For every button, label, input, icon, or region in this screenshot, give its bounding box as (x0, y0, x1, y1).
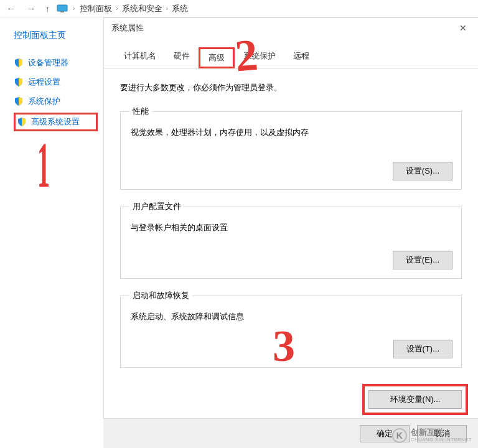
breadcrumb-item[interactable]: 系统 (172, 3, 188, 14)
tab-system-protection[interactable]: 系统保护 (235, 47, 284, 68)
breadcrumb: 控制面板 › 系统和安全 › 系统 (80, 3, 188, 14)
instruction-text: 要进行大多数更改，你必须作为管理员登录。 (120, 82, 462, 93)
chevron-right-icon: › (116, 5, 118, 12)
system-properties-dialog: 系统属性 ✕ 计算机名 硬件 高级 系统保护 远程 要进行大多数更改，你必须作为… (103, 17, 478, 448)
tab-remote[interactable]: 远程 (284, 47, 318, 68)
tabs: 计算机名 硬件 高级 系统保护 远程 (104, 47, 478, 68)
chevron-right-icon: › (166, 5, 168, 12)
startup-recovery-group: 启动和故障恢复 系统启动、系统故障和调试信息 设置(T)... (120, 290, 462, 368)
watermark-logo-icon: K (392, 428, 407, 443)
up-button[interactable]: ↑ (44, 4, 52, 14)
sidebar-item-label: 高级系统设置 (31, 116, 80, 128)
startup-recovery-settings-button[interactable]: 设置(T)... (393, 340, 452, 358)
shield-icon (17, 117, 27, 127)
address-bar: ← → ↑ › 控制面板 › 系统和安全 › 系统 (0, 0, 478, 17)
dialog-titlebar: 系统属性 ✕ (104, 18, 478, 38)
env-var-row: 环境变量(N)... (104, 390, 478, 409)
breadcrumb-item[interactable]: 系统和安全 (122, 3, 162, 14)
performance-settings-button[interactable]: 设置(S)... (393, 162, 452, 180)
performance-group: 性能 视觉效果，处理器计划，内存使用，以及虚拟内存 设置(S)... (120, 106, 462, 190)
close-button[interactable]: ✕ (456, 23, 471, 33)
performance-legend: 性能 (129, 106, 152, 117)
startup-recovery-legend: 启动和故障恢复 (129, 290, 192, 301)
sidebar-item-system-protection[interactable]: 系统保护 (14, 93, 103, 110)
breadcrumb-item[interactable]: 控制面板 (80, 3, 112, 14)
user-profile-legend: 用户配置文件 (129, 201, 184, 212)
dialog-body: 要进行大多数更改，你必须作为管理员登录。 性能 视觉效果，处理器计划，内存使用，… (104, 68, 478, 385)
user-profile-desc: 与登录帐户相关的桌面设置 (131, 222, 452, 233)
user-profile-group: 用户配置文件 与登录帐户相关的桌面设置 设置(E)... (120, 201, 462, 279)
sidebar-title[interactable]: 控制面板主页 (14, 30, 103, 41)
chevron-right-icon: › (73, 5, 75, 12)
shield-icon (14, 77, 24, 87)
forward-button[interactable]: → (24, 3, 39, 14)
user-profile-settings-button[interactable]: 设置(E)... (393, 251, 452, 269)
tab-advanced[interactable]: 高级 (199, 47, 235, 68)
sidebar-item-label: 设备管理器 (28, 57, 68, 68)
watermark: K 创新互联 CHUANG XIN INTERNET (392, 428, 472, 443)
svg-rect-1 (60, 11, 64, 12)
pc-icon (57, 4, 68, 13)
back-button[interactable]: ← (4, 3, 19, 14)
shield-icon (14, 96, 24, 106)
sidebar: 控制面板主页 设备管理器 远程设置 系统保护 高级系统设置 (0, 17, 103, 448)
dialog-title: 系统属性 (111, 22, 144, 34)
sidebar-item-label: 系统保护 (28, 96, 60, 107)
environment-variables-button[interactable]: 环境变量(N)... (368, 390, 462, 409)
startup-recovery-desc: 系统启动、系统故障和调试信息 (131, 311, 452, 322)
sidebar-item-advanced-system-settings[interactable]: 高级系统设置 (14, 113, 98, 131)
tab-computer-name[interactable]: 计算机名 (115, 47, 165, 68)
sidebar-item-label: 远程设置 (28, 77, 60, 88)
watermark-en: CHUANG XIN INTERNET (411, 437, 472, 443)
sidebar-item-remote-settings[interactable]: 远程设置 (14, 74, 103, 90)
watermark-cn: 创新互联 (411, 428, 472, 437)
tab-hardware[interactable]: 硬件 (165, 47, 199, 68)
svg-rect-0 (57, 5, 67, 11)
performance-desc: 视觉效果，处理器计划，内存使用，以及虚拟内存 (131, 127, 452, 138)
sidebar-item-device-manager[interactable]: 设备管理器 (14, 55, 103, 71)
shield-icon (14, 58, 24, 68)
